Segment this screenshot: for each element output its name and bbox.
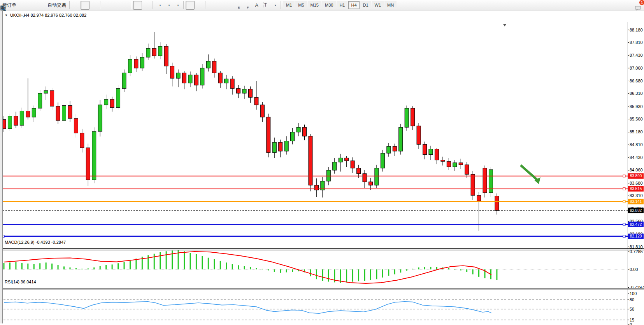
arrows-tool-button[interactable]: ▾	[270, 1, 279, 10]
macd-histogram-bar	[448, 268, 449, 269]
macd-histogram-bar	[328, 269, 329, 282]
rsi-tick-label: 0	[630, 322, 632, 325]
templates-button[interactable]: ▾	[173, 1, 182, 10]
macd-histogram-bar	[27, 264, 28, 269]
rsi-line	[4, 302, 491, 313]
market-watch-button[interactable]	[27, 1, 36, 10]
new-order-icon-button[interactable]	[18, 1, 27, 10]
macd-histogram-bar	[274, 269, 275, 272]
auto-trading-button[interactable]: 自动交易	[45, 1, 68, 10]
macd-histogram-bar	[382, 269, 383, 278]
macd-histogram-bar	[81, 269, 82, 269]
auto-scroll-button[interactable]	[133, 1, 142, 10]
cursor-tool-button[interactable]	[186, 1, 195, 10]
macd-panel[interactable]: 0.72850.00-0.7397	[0, 250, 644, 288]
macd-histogram-bar	[376, 269, 377, 279]
candlestick	[50, 91, 54, 106]
macd-histogram-bar	[147, 255, 149, 269]
tf-button-D1[interactable]: D1	[360, 1, 371, 9]
trading-app-window: 新订单 自动交易	[0, 0, 644, 325]
fibo-tag-label: F	[247, 6, 249, 9]
candlestick	[128, 59, 132, 73]
periods-button[interactable]: ▾	[164, 1, 173, 10]
rsi-tick-label: 50	[630, 307, 634, 311]
price-tick-label: 84.430	[630, 155, 643, 160]
tf-button-H1[interactable]: H1	[337, 1, 347, 9]
fibonacci-tool-button[interactable]: F	[243, 1, 252, 10]
indicators-button[interactable]: ▾	[155, 1, 164, 10]
tf-button-W1[interactable]: W1	[372, 1, 384, 9]
candlestick	[122, 73, 126, 88]
macd-histogram-bar	[232, 264, 233, 269]
timeframe-group: M1M5M15M30H1H4D1W1MN	[283, 1, 397, 9]
toolbar-separator	[69, 1, 70, 9]
zoom-out-button[interactable]	[111, 1, 120, 10]
window-left-frame	[0, 11, 3, 323]
candlestick	[345, 158, 349, 161]
search-button[interactable]	[625, 1, 634, 10]
macd-histogram-bar	[93, 267, 95, 269]
notifications-button[interactable]: 1	[634, 1, 643, 10]
toolbar-separator	[281, 1, 281, 9]
tf-button-M15[interactable]: M15	[308, 1, 321, 9]
text-label-tool-button[interactable]: T	[261, 1, 270, 10]
price-tick-label: 85.560	[630, 117, 643, 121]
candlestick	[110, 100, 114, 108]
macd-histogram-bar	[130, 260, 131, 269]
collapse-caret-icon[interactable]: ▼	[5, 14, 8, 17]
text-tool-button[interactable]: A	[252, 1, 261, 10]
candlestick	[176, 73, 180, 78]
tile-windows-button[interactable]	[120, 1, 129, 10]
vertical-line-tool-button[interactable]	[207, 1, 216, 10]
rsi-panel[interactable]: 1008050150	[0, 289, 644, 325]
macd-histogram-bar	[496, 269, 497, 280]
candlestick	[32, 108, 36, 117]
price-line-label: 83.515	[630, 187, 642, 191]
tf-button-M30[interactable]: M30	[322, 1, 336, 9]
bar-chart-button[interactable]	[72, 1, 81, 10]
crosshair-tool-button[interactable]	[195, 1, 204, 10]
line-handle[interactable]	[623, 235, 625, 238]
line-handle[interactable]	[623, 175, 625, 177]
price-line-label: 82.120	[630, 234, 642, 238]
line-chart-button[interactable]	[89, 1, 98, 10]
chart-shift-button[interactable]	[142, 1, 151, 10]
candlestick	[38, 93, 42, 108]
tf-button-M5[interactable]: M5	[295, 1, 307, 9]
tf-button-M1[interactable]: M1	[283, 1, 295, 9]
annotation-arrow[interactable]	[521, 165, 543, 184]
channel-tool-button[interactable]: E	[234, 1, 243, 10]
zoom-in-button[interactable]	[102, 1, 111, 10]
line-handle[interactable]	[623, 223, 625, 225]
tf-button-MN[interactable]: MN	[384, 1, 397, 9]
price-tick-label: 87.060	[630, 66, 643, 70]
macd-histogram-bar	[370, 269, 371, 280]
macd-histogram-bar	[15, 262, 16, 269]
candlestick	[182, 73, 186, 83]
candlestick	[188, 75, 192, 83]
candlestick	[459, 163, 463, 165]
macd-histogram-bar	[364, 269, 365, 281]
candlestick	[225, 79, 228, 83]
macd-histogram-bar	[9, 262, 11, 269]
notification-badge: 1	[639, 0, 644, 5]
candlestick	[471, 174, 475, 195]
candlestick	[242, 89, 246, 93]
price-tick-label: 85.930	[630, 104, 643, 109]
macd-histogram-bar	[406, 269, 407, 271]
trendline-tool-button[interactable]	[225, 1, 234, 10]
chart-shift-marker-icon[interactable]	[503, 24, 506, 26]
price-tick-label: 88.180	[630, 28, 643, 32]
horizontal-line-tool-button[interactable]	[216, 1, 225, 10]
candlestick	[146, 48, 150, 57]
candlestick-chart-button[interactable]	[81, 1, 89, 10]
line-handle[interactable]	[623, 200, 625, 203]
dropdown-caret-icon: ▾	[168, 3, 170, 7]
candlestick	[477, 196, 481, 201]
line-handle[interactable]	[623, 188, 625, 190]
arrow-shaft	[521, 165, 537, 180]
tf-button-H4[interactable]: H4	[348, 1, 359, 9]
macd-histogram-bar	[388, 269, 389, 276]
main-chart-panel[interactable]: 88.18087.81087.43087.06086.68086.31085.9…	[0, 22, 644, 248]
data-feed-button[interactable]	[36, 1, 45, 10]
